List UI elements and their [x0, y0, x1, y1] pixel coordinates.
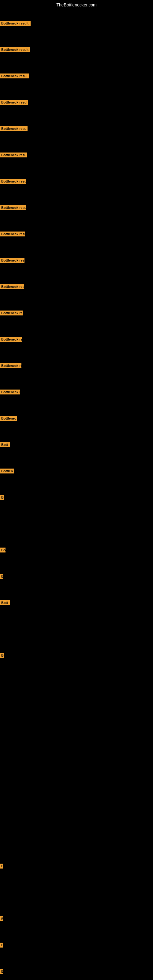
bottleneck-result-item: Bottleneck resu	[0, 258, 24, 263]
site-title: TheBottlenecker.com	[0, 0, 153, 10]
bottleneck-badge: Bottleneck res	[0, 363, 21, 368]
bottleneck-result-item: Bottleneck result	[0, 47, 30, 52]
bottleneck-result-item: B	[0, 916, 3, 921]
bottleneck-badge: Bottleneck res	[0, 337, 22, 342]
bottleneck-result-item: Bottleneck resu	[0, 284, 24, 289]
bottleneck-badge: Bottlenec	[0, 416, 17, 421]
bottleneck-result-item: Bottleneck resul	[0, 73, 29, 78]
bottleneck-badge: Bottleneck resul	[0, 73, 29, 78]
bottleneck-badge: Bottleneck result	[0, 21, 30, 26]
bottleneck-result-item: B	[0, 495, 4, 500]
bottleneck-badge: B	[0, 653, 4, 658]
bottleneck-badge: Bottleneck resul	[0, 100, 28, 105]
bottleneck-badge: B	[0, 864, 3, 869]
bottleneck-result-item: Bottlenec	[0, 416, 17, 421]
bottleneck-result-item: Bott	[0, 442, 10, 447]
bottleneck-result-item: Bottleneck res	[0, 363, 21, 368]
bottleneck-badge: Bottleneck resu	[0, 179, 26, 184]
bottleneck-badge: B	[0, 943, 3, 948]
bottleneck-result-item: Bottleneck resu	[0, 153, 27, 158]
bottleneck-result-item: B	[0, 653, 4, 658]
bottleneck-result-item: Bott	[0, 600, 10, 605]
bottleneck-badge: Bottleneck resu	[0, 284, 24, 289]
bottleneck-badge: Bott	[0, 600, 10, 605]
bottleneck-badge: Bottleneck resu	[0, 258, 24, 263]
bottleneck-result-item: Bo	[0, 547, 5, 552]
bottleneck-result-item: B	[0, 864, 3, 869]
bottleneck-result-item: Bottlen	[0, 469, 14, 474]
bottleneck-badge: Bott	[0, 442, 10, 447]
bottleneck-result-item: Bottleneck resu	[0, 232, 25, 236]
bottleneck-badge: B	[0, 495, 4, 500]
bottleneck-result-item: Bottleneck re	[0, 390, 20, 395]
bottleneck-result-item: Bottleneck res	[0, 337, 22, 342]
bottleneck-badge: Bottleneck re	[0, 390, 20, 395]
bottleneck-badge: Bottleneck resu	[0, 153, 27, 158]
bottleneck-result-item: B	[0, 574, 3, 579]
bottleneck-badge: Bottleneck resu	[0, 126, 27, 131]
bottleneck-result-item: Bottleneck resu	[0, 179, 26, 184]
bottleneck-badge: B	[0, 969, 3, 974]
bottleneck-result-item: Bottleneck res	[0, 310, 22, 315]
bottleneck-badge: B	[0, 916, 3, 921]
bottleneck-badge: Bottleneck resu	[0, 205, 26, 210]
bottleneck-badge: Bo	[0, 547, 5, 552]
bottleneck-result-item: Bottleneck resu	[0, 126, 27, 131]
bottleneck-result-item: Bottleneck resul	[0, 100, 28, 105]
bottleneck-result-item: Bottleneck result	[0, 21, 30, 26]
bottleneck-badge: B	[0, 574, 3, 579]
bottleneck-result-item: Bottleneck resu	[0, 205, 26, 210]
bottleneck-result-item: B	[0, 943, 3, 948]
bottleneck-badge: Bottleneck result	[0, 47, 30, 52]
bottleneck-result-item: B	[0, 969, 3, 974]
bottleneck-badge: Bottlen	[0, 469, 14, 474]
bottleneck-badge: Bottleneck res	[0, 310, 22, 315]
bottleneck-badge: Bottleneck resu	[0, 232, 25, 236]
